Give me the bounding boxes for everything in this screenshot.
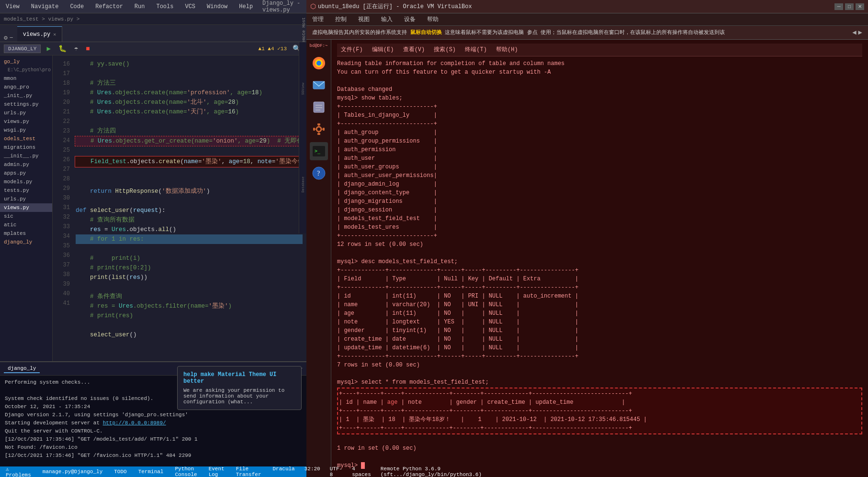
- output-prompt-1: mysql> show tables;: [337, 94, 862, 102]
- vbox-menu-help[interactable]: 帮助: [425, 14, 440, 24]
- sidebar-item-ango_pro[interactable]: ango_pro: [0, 83, 52, 91]
- sidebar-item-go_ly[interactable]: go_ly: [0, 57, 52, 66]
- dock-terminal-icon[interactable]: >_: [310, 142, 328, 160]
- sidebar-item-sic[interactable]: sic: [0, 212, 52, 221]
- menu-window[interactable]: Window: [205, 2, 229, 11]
- debug-button[interactable]: 🐛: [56, 44, 68, 54]
- code-editor-area[interactable]: 16 17 18 19 20 21 22 23 24 25 26 27 28 2…: [53, 55, 306, 361]
- vbox-title: ubuntu_18edu [正在运行] - Oracle VM VirtualB…: [318, 2, 472, 11]
- dock-firefox-icon[interactable]: [310, 54, 328, 72]
- encoding-status[interactable]: UTF-8: [328, 466, 344, 477]
- vbox-menu-device[interactable]: 设备: [402, 14, 417, 24]
- vbox-main-area: bd@DF:~: [306, 40, 868, 477]
- dock-help-icon[interactable]: ?: [310, 164, 328, 182]
- tab-close-icon[interactable]: ✕: [53, 32, 56, 37]
- sidebar-item-urls2[interactable]: urls.py: [0, 195, 52, 203]
- sidebar-item-models[interactable]: models.py: [0, 177, 52, 186]
- interpreter-status[interactable]: Remote Python 3.6.9 (sft.../django_ly/bi…: [379, 466, 484, 477]
- menu-view[interactable]: View: [4, 2, 22, 11]
- error-count: ▲1 ▲4 ✓13: [259, 45, 287, 52]
- output-desc-header: | Field | Type | Null | Key | Default | …: [337, 275, 862, 283]
- settings-icon[interactable]: ⚙: [4, 34, 8, 42]
- run-button[interactable]: ▶: [45, 44, 52, 54]
- ff-menu-help[interactable]: 帮助(H): [496, 46, 518, 53]
- sidebar-item-views-active[interactable]: views.py: [0, 203, 52, 212]
- breadcrumb-text: models_test > views.py >: [4, 16, 79, 22]
- result-row-1: | 1 | 墨染 | 18 | 墨染今年18岁！ | 1 | 2021-10-1…: [339, 415, 860, 424]
- output-table-django-admin: | django_admin_log |: [337, 180, 862, 189]
- sgview-label: SGView: [301, 83, 305, 95]
- sidebar-item-init1[interactable]: _init_.py: [0, 91, 52, 100]
- todo-status[interactable]: TODO: [112, 469, 128, 475]
- tab-views-py[interactable]: views.py ✕: [17, 26, 63, 42]
- menu-code[interactable]: Code: [68, 2, 86, 11]
- vbox-menu-input[interactable]: 输入: [379, 14, 395, 24]
- menu-tools[interactable]: Tools: [154, 2, 175, 11]
- sidebar-item-tests[interactable]: tests.py: [0, 186, 52, 195]
- server-link[interactable]: http://8.0.0.0:8989/: [103, 420, 166, 426]
- menu-run[interactable]: Run: [133, 2, 147, 11]
- window-title: Django_ly - views.py: [262, 0, 303, 13]
- manage-status[interactable]: manage.py@Django_ly: [41, 469, 104, 475]
- ff-menu-search[interactable]: 搜索(S): [434, 46, 456, 53]
- sidebar-item-apps[interactable]: apps.py: [0, 169, 52, 177]
- vbox-close-button[interactable]: ✕: [856, 3, 864, 10]
- ff-menu-view[interactable]: 查看(V): [403, 46, 425, 53]
- output-line-2: You can turn off this feature to get a q…: [337, 68, 862, 77]
- menu-navigate[interactable]: Navigate: [29, 2, 61, 11]
- vbox-menu-manage[interactable]: 管理: [310, 14, 326, 24]
- run-coverage[interactable]: ☂: [72, 44, 80, 54]
- vbox-minimize-button[interactable]: ─: [834, 3, 843, 10]
- notif-body: We are asking your permission to send in…: [183, 388, 295, 405]
- vbox-maximize-button[interactable]: □: [845, 3, 854, 10]
- run-config-select[interactable]: DJANGO_LY: [4, 44, 41, 53]
- branch-status[interactable]: Dracula: [271, 466, 297, 477]
- sidebar-item-mmon[interactable]: mmon: [0, 74, 52, 83]
- sidebar-item-wsgi[interactable]: wsgi.py: [0, 126, 52, 134]
- file-transfer-status[interactable]: File Transfer: [234, 466, 263, 477]
- notif-right-arrow[interactable]: ▶: [858, 29, 862, 36]
- dock-files-icon[interactable]: [310, 98, 328, 116]
- line-col-status[interactable]: 32:20: [303, 466, 322, 477]
- menu-refactor[interactable]: Refactor: [93, 2, 125, 11]
- sidebar-item-odels_test[interactable]: odels_test: [0, 134, 52, 143]
- virtualbox-window: ⬡ ubuntu_18edu [正在运行] - Oracle VM Virtua…: [306, 0, 868, 477]
- sidebar-item-migrations[interactable]: migrations: [0, 143, 52, 152]
- terminal-line-7: Quit the server with CONTROL-C.: [5, 427, 302, 435]
- stop-button[interactable]: ■: [84, 44, 91, 54]
- output-desc-age: | age | int(11) | NO | | NULL | |: [337, 309, 862, 318]
- terminal-line-8: [12/Oct/2021 17:35:46] "GET /models_test…: [5, 435, 302, 444]
- mysql-terminal[interactable]: 文件(F) 编辑(E) 查看(V) 搜索(S) 终端(T) 帮助(H) Read…: [331, 40, 868, 477]
- sidebar-item-admin[interactable]: admin.py: [0, 160, 52, 169]
- sidebar-item-settings[interactable]: settings.py: [0, 100, 52, 109]
- terminal-status[interactable]: Terminal: [136, 469, 166, 475]
- problems-status[interactable]: ⚠ Problems: [4, 466, 33, 477]
- ff-menu-terminal[interactable]: 终端(T): [465, 46, 487, 53]
- sidebar-item-init2[interactable]: __init__.py: [0, 152, 52, 160]
- dock-email-icon[interactable]: [310, 76, 328, 94]
- tab-label: views.py: [23, 31, 51, 38]
- code-content[interactable]: # yy.save() # 方法三 # Ures.objects.create(…: [72, 55, 306, 361]
- mysql-output: Reading table information for completion…: [337, 59, 862, 470]
- ff-menu-file[interactable]: 文件(F): [341, 46, 363, 53]
- notif-left-arrow[interactable]: ◀: [852, 29, 856, 36]
- ff-menu-edit[interactable]: 编辑(E): [372, 46, 394, 53]
- menu-vcs[interactable]: VCS: [183, 2, 197, 11]
- tab-django-ly[interactable]: django_ly: [4, 365, 40, 373]
- toolbar: DJANGO_LY ▶ 🐛 ☂ ■ ▲1 ▲4 ✓13 🔍 Remote Hos…: [0, 42, 306, 55]
- output-desc-sep2: +-------------+--------------+------+---…: [337, 283, 862, 292]
- sidebar-item-mplates[interactable]: mplates: [0, 229, 52, 238]
- menu-help[interactable]: Help: [237, 2, 255, 11]
- indent-status[interactable]: 4 spaces: [350, 466, 373, 477]
- sidebar-item-views1[interactable]: views.py: [0, 117, 52, 126]
- sidebar-item-urls1[interactable]: urls.py: [0, 109, 52, 117]
- sidebar-item-atic[interactable]: atic: [0, 221, 52, 229]
- event-log-status[interactable]: Event Log: [207, 466, 226, 477]
- sidebar-item-django_ly[interactable]: django_ly: [0, 238, 52, 246]
- python-console-status[interactable]: Python Console: [173, 466, 199, 477]
- vbox-menu-control[interactable]: 控制: [333, 14, 349, 24]
- vbox-menu-view[interactable]: 视图: [356, 14, 372, 24]
- minus-icon[interactable]: −: [10, 34, 13, 42]
- output-sep-3: +---------------------------+: [337, 232, 862, 240]
- dock-settings-icon[interactable]: [310, 120, 328, 138]
